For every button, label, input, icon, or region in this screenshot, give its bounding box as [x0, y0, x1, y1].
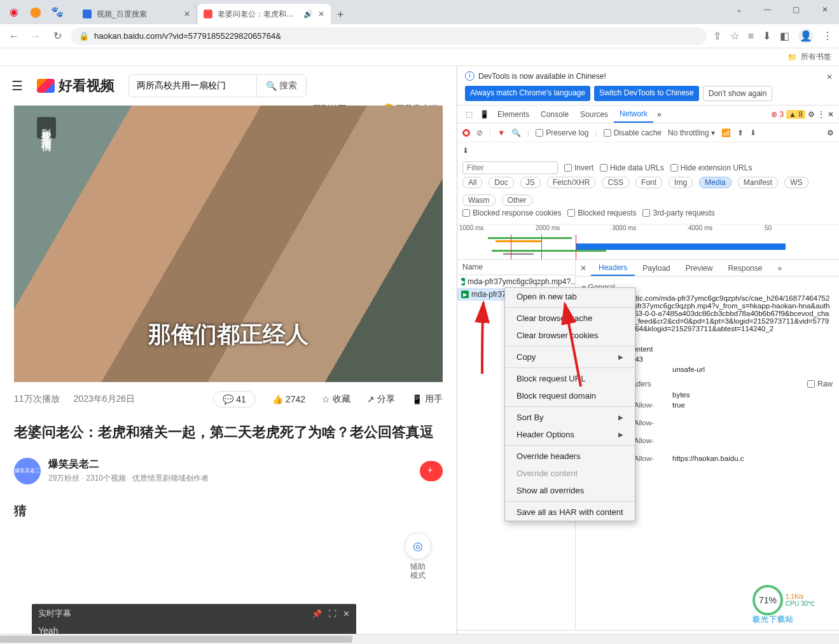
- banner-button-match[interactable]: Always match Chrome's language: [465, 86, 590, 101]
- menu-block-domain[interactable]: Block request domain: [505, 387, 635, 404]
- app-icon-1[interactable]: ⬤: [29, 5, 42, 18]
- menu-override-headers[interactable]: Override headers: [505, 448, 635, 465]
- record-button[interactable]: [462, 129, 470, 137]
- omnibox[interactable]: 🔒 haokan.baidu.com/v?vid=577918552298206…: [71, 27, 707, 45]
- blocked-cookies-checkbox[interactable]: Blocked response cookies: [462, 209, 561, 217]
- menu-copy[interactable]: Copy▶: [505, 348, 635, 366]
- video-player[interactable]: 影视效果 请勿模仿 那俺们都正经人: [14, 106, 443, 382]
- warning-count[interactable]: ▲ 8: [786, 110, 805, 119]
- tab-response[interactable]: Response: [720, 260, 770, 276]
- maximize-button[interactable]: ▢: [782, 0, 810, 19]
- inspect-element-icon[interactable]: ⬚: [461, 106, 476, 123]
- horizontal-scrollbar[interactable]: [0, 634, 839, 644]
- name-column-header[interactable]: Name: [457, 260, 575, 275]
- reload-button[interactable]: ↻: [50, 30, 65, 42]
- filter-chip-all[interactable]: All: [462, 177, 482, 188]
- filter-chip-ws[interactable]: WS: [784, 177, 808, 188]
- scrollbar-thumb[interactable]: [0, 636, 352, 643]
- extensions-icon[interactable]: ≡: [748, 31, 754, 42]
- share-button[interactable]: ↗分享: [367, 391, 395, 408]
- sidepanel-icon[interactable]: ◧: [780, 30, 789, 42]
- assist-mode-button[interactable]: ◎ 辅助 模式: [405, 533, 431, 580]
- comments-button[interactable]: 💬41: [213, 391, 256, 408]
- tab-active[interactable]: 老婆问老公：老虎和猪关一… 🔊 ✕: [197, 4, 331, 24]
- tab-payload[interactable]: Payload: [635, 260, 677, 276]
- baidu-paw-icon[interactable]: 🐾: [51, 5, 64, 18]
- tab-inactive[interactable]: 视频_百度搜索 ✕: [76, 4, 197, 24]
- request-row[interactable]: ▶mda-pfr37ymc6gc9qzph.mp4?...: [457, 275, 575, 288]
- filter-chip-img[interactable]: Img: [669, 177, 693, 188]
- favorite-button[interactable]: ☆收藏: [322, 391, 350, 408]
- har-download-icon[interactable]: ⬇: [462, 146, 469, 155]
- back-button[interactable]: ←: [6, 31, 22, 42]
- close-details-icon[interactable]: ✕: [576, 260, 591, 276]
- menu-open-new-tab[interactable]: Open in new tab: [505, 288, 635, 305]
- chevron-down-icon[interactable]: ⌄: [725, 0, 753, 19]
- raw-checkbox[interactable]: [807, 380, 815, 388]
- network-overview[interactable]: 1000 ms2000 ms3000 ms4000 ms50: [457, 224, 839, 260]
- menu-save-har[interactable]: Save all as HAR with content: [505, 504, 635, 521]
- menu-sort-by[interactable]: Sort By▶: [505, 409, 635, 426]
- uploader-name[interactable]: 爆笑吴老二: [48, 458, 209, 471]
- banner-button-dismiss[interactable]: Don't show again: [703, 86, 773, 101]
- follow-button[interactable]: +: [420, 461, 443, 481]
- invert-checkbox[interactable]: Invert: [564, 163, 593, 172]
- menu-show-overrides[interactable]: Show all overrides: [505, 482, 635, 499]
- tabs-overflow[interactable]: »: [653, 106, 665, 123]
- detail-tabs-overflow[interactable]: »: [770, 260, 789, 276]
- filter-toggle-icon[interactable]: ▼: [497, 128, 505, 137]
- menu-header-options[interactable]: Header Options▶: [505, 426, 635, 443]
- filter-chip-css[interactable]: CSS: [602, 177, 629, 188]
- close-window-button[interactable]: ✕: [810, 0, 839, 19]
- close-devtools-icon[interactable]: ✕: [828, 110, 834, 119]
- gear-icon[interactable]: ⚙: [808, 110, 815, 119]
- download-icon[interactable]: ⬇: [750, 128, 756, 137]
- settings-gear-icon[interactable]: ⚙: [827, 128, 834, 137]
- preserve-log-checkbox[interactable]: Preserve log: [536, 128, 588, 137]
- tab-headers[interactable]: Headers: [591, 260, 635, 276]
- bookmark-star-icon[interactable]: ☆: [730, 30, 739, 42]
- filter-input[interactable]: [462, 161, 558, 174]
- device-toolbar-icon[interactable]: 📱: [476, 106, 492, 123]
- search-button[interactable]: 🔍 搜索: [256, 75, 306, 97]
- filter-chip-doc[interactable]: Doc: [489, 177, 513, 188]
- share-icon[interactable]: ⇪: [713, 30, 721, 42]
- tab-elements[interactable]: Elements: [492, 106, 535, 123]
- downloads-icon[interactable]: ⬇: [763, 30, 771, 42]
- filter-chip-media[interactable]: Media: [699, 177, 732, 188]
- tab-audio-icon[interactable]: 🔊: [303, 10, 313, 18]
- third-party-checkbox[interactable]: 3rd-party requests: [642, 209, 714, 217]
- close-banner-icon[interactable]: ✕: [826, 72, 833, 81]
- profile-avatar-icon[interactable]: 👤: [798, 29, 814, 43]
- menu-clear-cookies[interactable]: Clear browser cookies: [505, 327, 635, 344]
- tab-sources[interactable]: Sources: [574, 106, 614, 123]
- tab-preview[interactable]: Preview: [678, 260, 721, 276]
- clear-button[interactable]: ⊘: [476, 128, 483, 137]
- minimize-button[interactable]: —: [753, 0, 782, 19]
- kebab-icon[interactable]: ⋮: [817, 110, 825, 119]
- hide-data-urls-checkbox[interactable]: Hide data URLs: [600, 163, 664, 172]
- hide-extension-urls-checkbox[interactable]: Hide extension URLs: [670, 163, 752, 172]
- uploader-avatar[interactable]: 爆笑吴老二: [14, 458, 41, 484]
- filter-chip-other[interactable]: Other: [502, 195, 532, 206]
- all-bookmarks-link[interactable]: 所有书签: [801, 51, 831, 62]
- site-logo[interactable]: 好看视频: [37, 76, 114, 95]
- pin-icon[interactable]: 📌: [312, 609, 322, 619]
- disable-cache-checkbox[interactable]: Disable cache: [604, 128, 662, 137]
- close-tab-icon[interactable]: ✕: [184, 10, 190, 18]
- weibo-icon[interactable]: ◉: [8, 5, 20, 18]
- tab-network[interactable]: Network: [614, 106, 653, 123]
- filter-chip-manifest[interactable]: Manifest: [738, 177, 778, 188]
- search-icon[interactable]: 🔍: [511, 128, 521, 137]
- new-tab-button[interactable]: +: [331, 6, 350, 24]
- menu-clear-cache[interactable]: Clear browser cache: [505, 310, 635, 327]
- close-tab-icon[interactable]: ✕: [318, 10, 324, 18]
- throttling-select[interactable]: No throttling ▾: [668, 128, 715, 137]
- search-input[interactable]: [129, 81, 256, 91]
- filter-chip-fetchxhr[interactable]: Fetch/XHR: [547, 177, 596, 188]
- upload-icon[interactable]: ⬆: [737, 128, 744, 137]
- kebab-menu-icon[interactable]: ⋮: [822, 30, 833, 42]
- phone-button[interactable]: 📱用手: [412, 391, 443, 408]
- blocked-requests-checkbox[interactable]: Blocked requests: [567, 209, 636, 217]
- filter-chip-font[interactable]: Font: [635, 177, 662, 188]
